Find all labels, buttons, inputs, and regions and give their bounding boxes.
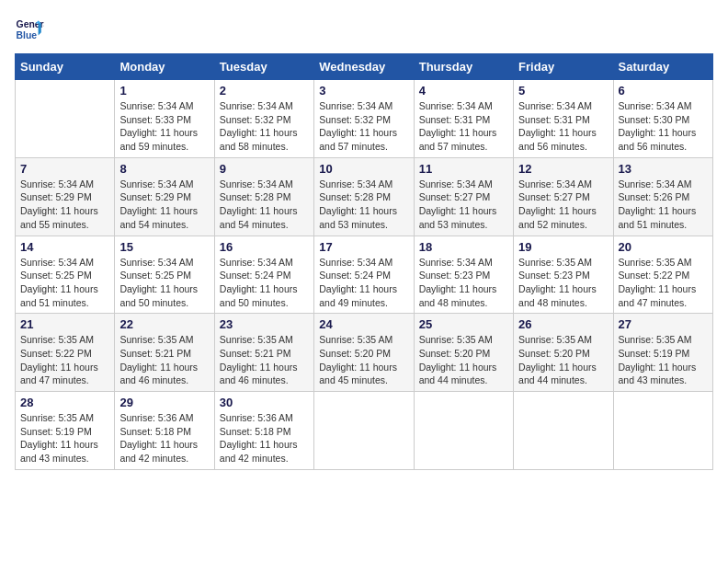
day-number: 28 [20, 396, 109, 409]
day-number: 16 [220, 240, 309, 254]
day-cell: 19Sunrise: 5:35 AMSunset: 5:23 PMDayligh… [514, 236, 613, 314]
day-detail: Sunrise: 5:35 AMSunset: 5:21 PMDaylight:… [220, 333, 309, 387]
day-detail: Sunrise: 5:35 AMSunset: 5:23 PMDaylight:… [518, 256, 608, 310]
day-cell: 6Sunrise: 5:34 AMSunset: 5:30 PMDaylight… [613, 80, 712, 158]
day-cell: 13Sunrise: 5:34 AMSunset: 5:26 PMDayligh… [613, 157, 712, 236]
day-number: 8 [119, 162, 209, 176]
day-number: 22 [119, 317, 209, 331]
day-number: 12 [518, 162, 608, 176]
day-cell: 12Sunrise: 5:34 AMSunset: 5:27 PMDayligh… [514, 157, 613, 236]
day-number: 6 [619, 84, 708, 98]
day-detail: Sunrise: 5:34 AMSunset: 5:32 PMDaylight:… [220, 99, 309, 154]
day-detail: Sunrise: 5:35 AMSunset: 5:21 PMDaylight:… [119, 333, 209, 387]
day-cell: 26Sunrise: 5:35 AMSunset: 5:20 PMDayligh… [514, 314, 613, 392]
day-detail: Sunrise: 5:34 AMSunset: 5:24 PMDaylight:… [220, 256, 309, 310]
day-number: 11 [419, 162, 508, 176]
week-row-2: 7Sunrise: 5:34 AMSunset: 5:29 PMDaylight… [16, 157, 713, 236]
day-detail: Sunrise: 5:34 AMSunset: 5:26 PMDaylight:… [619, 178, 708, 232]
day-detail: Sunrise: 5:34 AMSunset: 5:29 PMDaylight:… [20, 178, 109, 232]
day-number: 14 [20, 240, 109, 254]
day-cell: 23Sunrise: 5:35 AMSunset: 5:21 PMDayligh… [214, 314, 313, 392]
col-header-friday: Friday [514, 54, 613, 80]
logo: General Blue [15, 15, 48, 44]
day-number: 4 [419, 84, 508, 98]
week-row-4: 21Sunrise: 5:35 AMSunset: 5:22 PMDayligh… [16, 314, 713, 392]
day-number: 29 [119, 396, 209, 409]
day-cell: 17Sunrise: 5:34 AMSunset: 5:24 PMDayligh… [314, 236, 414, 314]
day-number: 10 [319, 162, 408, 176]
svg-text:Blue: Blue [17, 30, 38, 40]
day-cell: 7Sunrise: 5:34 AMSunset: 5:29 PMDaylight… [16, 157, 115, 236]
day-cell: 14Sunrise: 5:34 AMSunset: 5:25 PMDayligh… [16, 236, 115, 314]
day-cell: 16Sunrise: 5:34 AMSunset: 5:24 PMDayligh… [214, 236, 313, 314]
day-detail: Sunrise: 5:34 AMSunset: 5:25 PMDaylight:… [119, 256, 209, 310]
day-detail: Sunrise: 5:35 AMSunset: 5:19 PMDaylight:… [20, 411, 109, 465]
day-number: 20 [619, 240, 708, 254]
day-detail: Sunrise: 5:35 AMSunset: 5:19 PMDaylight:… [619, 333, 708, 387]
day-cell: 4Sunrise: 5:34 AMSunset: 5:31 PMDaylight… [414, 80, 513, 158]
day-detail: Sunrise: 5:34 AMSunset: 5:31 PMDaylight:… [419, 99, 508, 154]
day-number: 17 [319, 240, 408, 254]
day-number: 9 [220, 162, 309, 176]
day-number: 2 [220, 84, 309, 98]
day-detail: Sunrise: 5:34 AMSunset: 5:28 PMDaylight:… [319, 178, 408, 232]
week-row-3: 14Sunrise: 5:34 AMSunset: 5:25 PMDayligh… [16, 236, 713, 314]
day-cell [414, 392, 513, 470]
day-detail: Sunrise: 5:36 AMSunset: 5:18 PMDaylight:… [220, 411, 309, 465]
day-cell: 21Sunrise: 5:35 AMSunset: 5:22 PMDayligh… [16, 314, 115, 392]
col-header-tuesday: Tuesday [214, 54, 313, 80]
day-detail: Sunrise: 5:35 AMSunset: 5:20 PMDaylight:… [419, 333, 508, 387]
day-detail: Sunrise: 5:35 AMSunset: 5:22 PMDaylight:… [619, 256, 708, 310]
day-number: 30 [220, 396, 309, 409]
day-number: 21 [20, 317, 109, 331]
day-detail: Sunrise: 5:34 AMSunset: 5:27 PMDaylight:… [518, 178, 608, 232]
day-number: 26 [518, 317, 608, 331]
day-detail: Sunrise: 5:35 AMSunset: 5:20 PMDaylight:… [319, 333, 408, 387]
day-number: 3 [319, 84, 408, 98]
day-detail: Sunrise: 5:34 AMSunset: 5:27 PMDaylight:… [419, 178, 508, 232]
day-number: 25 [419, 317, 508, 331]
day-cell: 27Sunrise: 5:35 AMSunset: 5:19 PMDayligh… [613, 314, 712, 392]
day-detail: Sunrise: 5:34 AMSunset: 5:24 PMDaylight:… [319, 256, 408, 310]
day-cell [514, 392, 613, 470]
day-cell: 3Sunrise: 5:34 AMSunset: 5:32 PMDaylight… [314, 80, 414, 158]
day-cell: 11Sunrise: 5:34 AMSunset: 5:27 PMDayligh… [414, 157, 513, 236]
day-detail: Sunrise: 5:35 AMSunset: 5:22 PMDaylight:… [20, 333, 109, 387]
day-cell [613, 392, 712, 470]
day-cell: 20Sunrise: 5:35 AMSunset: 5:22 PMDayligh… [613, 236, 712, 314]
day-number: 5 [518, 84, 608, 98]
day-cell: 5Sunrise: 5:34 AMSunset: 5:31 PMDaylight… [514, 80, 613, 158]
day-number: 24 [319, 317, 408, 331]
day-cell: 9Sunrise: 5:34 AMSunset: 5:28 PMDaylight… [214, 157, 313, 236]
day-cell [16, 80, 115, 158]
col-header-wednesday: Wednesday [314, 54, 414, 80]
day-cell: 25Sunrise: 5:35 AMSunset: 5:20 PMDayligh… [414, 314, 513, 392]
col-header-saturday: Saturday [613, 54, 712, 80]
day-cell [314, 392, 414, 470]
day-detail: Sunrise: 5:34 AMSunset: 5:29 PMDaylight:… [119, 178, 209, 232]
calendar-header: SundayMondayTuesdayWednesdayThursdayFrid… [16, 54, 713, 80]
day-cell: 24Sunrise: 5:35 AMSunset: 5:20 PMDayligh… [314, 314, 414, 392]
week-row-5: 28Sunrise: 5:35 AMSunset: 5:19 PMDayligh… [16, 392, 713, 470]
day-cell: 2Sunrise: 5:34 AMSunset: 5:32 PMDaylight… [214, 80, 313, 158]
day-number: 7 [20, 162, 109, 176]
day-detail: Sunrise: 5:34 AMSunset: 5:31 PMDaylight:… [518, 99, 608, 154]
logo-icon: General Blue [15, 15, 44, 44]
calendar-table: SundayMondayTuesdayWednesdayThursdayFrid… [15, 53, 713, 470]
day-detail: Sunrise: 5:34 AMSunset: 5:33 PMDaylight:… [119, 99, 209, 154]
day-cell: 1Sunrise: 5:34 AMSunset: 5:33 PMDaylight… [115, 80, 214, 158]
col-header-thursday: Thursday [414, 54, 513, 80]
day-number: 18 [419, 240, 508, 254]
col-header-monday: Monday [115, 54, 214, 80]
day-cell: 28Sunrise: 5:35 AMSunset: 5:19 PMDayligh… [16, 392, 115, 470]
day-cell: 29Sunrise: 5:36 AMSunset: 5:18 PMDayligh… [115, 392, 214, 470]
page-header: General Blue [15, 15, 713, 44]
day-number: 23 [220, 317, 309, 331]
col-header-sunday: Sunday [16, 54, 115, 80]
day-detail: Sunrise: 5:34 AMSunset: 5:28 PMDaylight:… [220, 178, 309, 232]
day-cell: 18Sunrise: 5:34 AMSunset: 5:23 PMDayligh… [414, 236, 513, 314]
day-detail: Sunrise: 5:34 AMSunset: 5:25 PMDaylight:… [20, 256, 109, 310]
day-number: 15 [119, 240, 209, 254]
day-detail: Sunrise: 5:35 AMSunset: 5:20 PMDaylight:… [518, 333, 608, 387]
day-number: 27 [619, 317, 708, 331]
